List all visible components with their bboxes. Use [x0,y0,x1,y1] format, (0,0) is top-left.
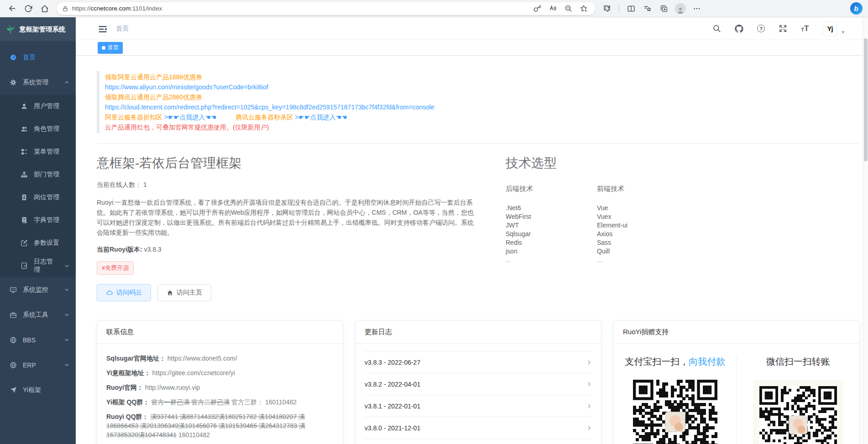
tag-home[interactable]: 首页 [98,42,123,54]
copilot-icon[interactable]: b [849,2,863,15]
users-icon [21,125,28,133]
back-icon[interactable] [5,2,19,15]
user-icon [21,103,28,110]
enter-link[interactable]: >☛☛点我进入☚☚ [295,114,347,121]
tech-section: 技术选型 后端技术 .Net6 WebFirst JWT Sqlsugar Re… [506,155,860,301]
sidebar-item-user-management[interactable]: 用户管理 [0,95,76,118]
changelog-row[interactable]: v3.8.1 - 2022-01-01 [365,395,592,417]
app-logo: 意框架管理系统 [0,17,76,41]
pay-me-link[interactable]: 向我付款 [689,356,725,367]
promo-text: 阿里云服务器折扣区 [105,114,164,121]
sidebar-item-label: 系统管理 [23,78,48,87]
tech-item: json [506,248,597,255]
notice-line: 云产品通用红包，可叠加官网常规优惠使用。(仅限新用户) [105,122,860,132]
breadcrumb[interactable]: 首页 [116,25,129,33]
font-size-icon[interactable]: TT [801,25,809,32]
visit-gitee-button[interactable]: 访问码云 [97,284,151,301]
sidebar-item-bbs[interactable]: BBS [0,327,76,352]
promo-note: 云产品通用红包，可叠加官网常规优惠使用。(仅限新用户) [105,124,269,131]
chevron-down-icon[interactable]: ▾ [842,29,844,35]
scrollbar-thumb[interactable] [864,38,868,161]
tech-item: ... [597,256,688,263]
sidebar-item-label: 用户管理 [34,102,59,110]
key-icon[interactable] [531,3,543,14]
sidebar-item-home[interactable]: 首页 [0,45,76,70]
lock-icon [62,5,68,12]
sidebar-item-post-management[interactable]: 岗位管理 [0,186,76,209]
search-icon[interactable] [712,24,721,33]
collections-icon[interactable] [657,2,671,15]
aliyun-link[interactable]: https://www.aliyun.com/minisite/goods?us… [105,83,268,91]
version-line: 当前Ruoyi版本: v3.8.3 [97,246,479,254]
tech-item: ... [506,256,597,263]
globe-icon [10,336,17,344]
changelog-row[interactable]: v3.7.0 - 2021-09-13 [365,439,592,444]
hamburger-icon[interactable] [98,25,108,33]
refresh-icon[interactable] [21,2,36,15]
tech-item: Sqlsugar [506,230,597,237]
zoom-out-icon[interactable] [562,3,574,14]
tech-item: Quill [597,248,688,255]
free-open-source-tag: ¥免费开源 [97,261,134,275]
changelog-label: v3.8.0 - 2021-12-01 [365,424,420,432]
contact-value: 官方三群： 160110482 [231,398,297,406]
sidebar-item-dict-management[interactable]: 字典管理 [0,209,76,232]
enter-link[interactable]: >☛☛点我进入☚☚ [164,114,216,121]
changelog-row[interactable]: v3.8.3 - 2022-06-27 [365,351,592,373]
intro-paragraph: Ruoyi:一直想做一款后台管理系统，看了很多优秀的开源项目但是发现没有合适自己… [97,197,479,237]
version-value: v3.8.3 [144,246,161,253]
sidebar-item-system-monitor[interactable]: 系统监控 [0,277,76,302]
tencent-link[interactable]: https://cloud.tencent.com/redirect.php?r… [105,103,434,111]
sidebar-item-system-tools[interactable]: 系统工具 [0,302,76,327]
sidebar: 意框架管理系统 首页 系统管理 [0,17,76,444]
fullscreen-icon[interactable] [779,24,787,33]
contact-label: Yi意框架地址： [106,369,151,377]
sidebar-item-label: 日志管理 [34,258,58,274]
github-icon[interactable] [735,24,743,33]
page-scrollbar[interactable] [863,17,868,444]
announcement-block: 领取阿里云通用云产品1888优惠券 https://www.aliyun.com… [97,71,860,133]
tech-title: 技术选型 [506,155,860,172]
sidebar-item-label: 系统工具 [23,311,48,319]
home-icon [167,289,173,296]
promo-text: 领取阿里云通用云产品1888优惠券 [105,73,202,81]
notice-line: https://cloud.tencent.com/redirect.php?r… [105,102,860,112]
sidebar-item-label: 参数设置 [34,239,59,247]
sidebar-item-system-management[interactable]: 系统管理 [0,70,76,95]
visit-homepage-button[interactable]: 访问主页 [157,284,211,301]
favorites-icon[interactable] [640,2,655,15]
user-avatar[interactable]: Yj [822,21,837,36]
profile-icon[interactable] [673,2,688,15]
split-screen-icon[interactable] [624,2,638,15]
extensions-icon[interactable] [600,2,614,15]
tech-col-title: 后端技术 [506,185,597,193]
tech-col-title: 前端技术 [597,185,688,193]
read-aloud-icon[interactable] [547,3,559,14]
sidebar-item-label: 部门管理 [34,170,59,179]
sidebar-item-label: 首页 [23,53,36,62]
home-icon[interactable] [37,2,52,15]
button-label: 访问码云 [116,289,142,297]
help-icon[interactable]: ? [757,25,765,32]
favorite-add-icon[interactable] [578,3,590,14]
changelog-row[interactable]: v3.8.2 - 2022-04-01 [365,373,592,395]
tech-item: Element-ui [597,222,688,229]
tech-item: JWT [506,222,597,229]
address-bar[interactable]: https://ccnetcore.com:1101/index [57,2,595,15]
intro-section: 意框架-若依后台管理框架 当前在线人数： 1 Ruoyi:一直想做一款后台管理系… [97,155,479,301]
more-icon[interactable] [690,2,704,15]
sidebar-item-menu-management[interactable]: 菜单管理 [0,140,76,163]
chevron-right-icon [586,425,592,431]
alipay-title: 支付宝扫一扫，向我付款 [614,356,737,368]
changelog-row[interactable]: v3.8.0 - 2021-12-01 [365,417,592,439]
sidebar-item-role-management[interactable]: 角色管理 [0,118,76,140]
sidebar-item-label: BBS [23,336,36,344]
sidebar-item-erp[interactable]: ERP [0,352,76,377]
sidebar-item-dept-management[interactable]: 部门管理 [0,163,76,186]
sidebar-item-yi-framework[interactable]: Yi框架 [0,377,76,403]
wechat-title: 微信扫一扫转账 [737,356,860,368]
org-icon [21,171,28,178]
alipay-text: 支付宝扫一扫， [625,356,689,367]
sidebar-item-log-management[interactable]: 日志管理 [0,254,76,277]
sidebar-item-param-settings[interactable]: 参数设置 [0,232,76,254]
